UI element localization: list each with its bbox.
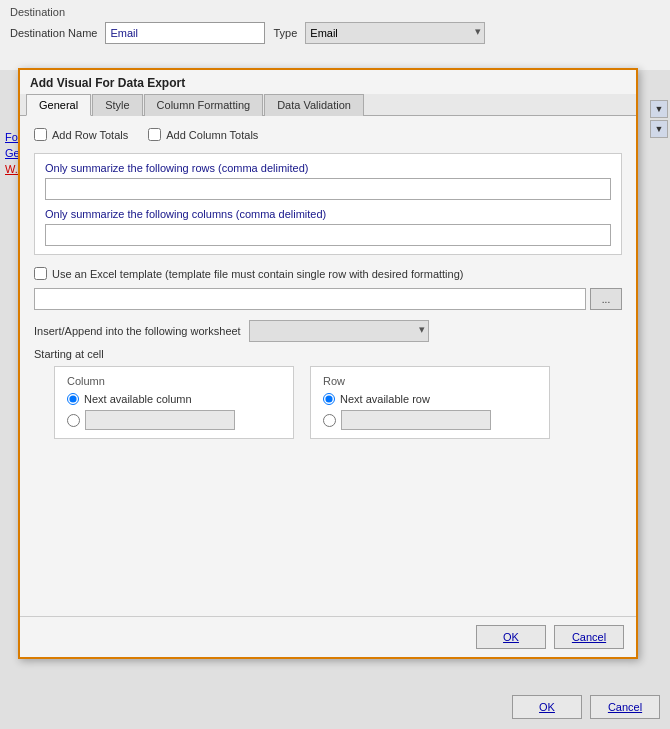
tab-style-label: Style	[105, 99, 129, 111]
summarize-cols-label: Only summarize the following columns (co…	[45, 208, 611, 220]
outer-cancel-button[interactable]: Cancel	[590, 695, 660, 719]
dest-name-input[interactable]	[105, 22, 265, 44]
add-col-totals-item[interactable]: Add Column Totals	[148, 128, 258, 141]
col-custom-radio[interactable]	[67, 414, 80, 427]
dest-type-label: Type	[273, 27, 297, 39]
outer-background: Destination Destination Name Type Email …	[0, 0, 670, 729]
add-col-totals-label: Add Column Totals	[166, 129, 258, 141]
dialog-titlebar: Add Visual For Data Export	[20, 70, 636, 94]
dialog-footer: OK Cancel	[20, 616, 636, 657]
worksheet-row: Insert/Append into the following workshe…	[34, 320, 622, 342]
next-col-radio-row: Next available column	[67, 393, 281, 405]
add-row-totals-item[interactable]: Add Row Totals	[34, 128, 128, 141]
next-row-radio-row: Next available row	[323, 393, 537, 405]
dialog-content: Add Row Totals Add Column Totals Only su…	[20, 116, 636, 616]
outer-footer: OK Cancel	[512, 695, 660, 719]
tab-bar: General Style Column Formatting Data Val…	[20, 94, 636, 116]
tab-column-formatting[interactable]: Column Formatting	[144, 94, 264, 116]
dialog-ok-button[interactable]: OK	[476, 625, 546, 649]
dialog-title: Add Visual For Data Export	[30, 76, 185, 90]
row-box-title: Row	[323, 375, 537, 387]
tab-general[interactable]: General	[26, 94, 91, 116]
template-input-row: ...	[34, 288, 622, 310]
excel-template-checkbox[interactable]	[34, 267, 47, 280]
tab-data-validation-label: Data Validation	[277, 99, 351, 111]
excel-template-label: Use an Excel template (template file mus…	[52, 268, 463, 280]
excel-template-row: Use an Excel template (template file mus…	[34, 267, 622, 280]
totals-checkbox-row: Add Row Totals Add Column Totals	[34, 128, 622, 141]
worksheet-label: Insert/Append into the following workshe…	[34, 325, 241, 337]
col-row-container: Column Next available column Row	[54, 366, 622, 439]
tab-style[interactable]: Style	[92, 94, 142, 116]
tab-data-validation[interactable]: Data Validation	[264, 94, 364, 116]
summarize-cols-input[interactable]	[45, 224, 611, 246]
col-custom-input[interactable]	[85, 410, 235, 430]
row-box: Row Next available row	[310, 366, 550, 439]
browse-button[interactable]: ...	[590, 288, 622, 310]
row-custom-radio[interactable]	[323, 414, 336, 427]
next-row-label: Next available row	[340, 393, 430, 405]
tab-column-formatting-label: Column Formatting	[157, 99, 251, 111]
right-arrows: ▼ ▼	[650, 100, 670, 138]
outer-ok-button[interactable]: OK	[512, 695, 582, 719]
add-col-totals-checkbox[interactable]	[148, 128, 161, 141]
dest-name-label: Destination Name	[10, 27, 97, 39]
arrow-down-2[interactable]: ▼	[650, 120, 668, 138]
destination-bar: Destination Destination Name Type Email	[0, 0, 670, 70]
destination-section-label: Destination	[10, 6, 660, 18]
dest-type-wrapper: Email	[305, 22, 485, 44]
next-col-radio[interactable]	[67, 393, 79, 405]
col-custom-row	[67, 410, 281, 430]
starting-cell-label: Starting at cell	[34, 348, 622, 360]
tab-general-label: General	[39, 99, 78, 111]
summarize-box: Only summarize the following rows (comma…	[34, 153, 622, 255]
worksheet-select-wrapper	[249, 320, 429, 342]
arrow-down-1[interactable]: ▼	[650, 100, 668, 118]
next-row-radio[interactable]	[323, 393, 335, 405]
worksheet-select[interactable]	[249, 320, 429, 342]
column-box: Column Next available column	[54, 366, 294, 439]
next-col-label: Next available column	[84, 393, 192, 405]
add-row-totals-checkbox[interactable]	[34, 128, 47, 141]
main-dialog: Add Visual For Data Export General Style…	[18, 68, 638, 659]
dest-type-select[interactable]: Email	[305, 22, 485, 44]
row-custom-input[interactable]	[341, 410, 491, 430]
destination-row: Destination Name Type Email	[10, 22, 660, 44]
summarize-rows-input[interactable]	[45, 178, 611, 200]
row-custom-row	[323, 410, 537, 430]
add-row-totals-label: Add Row Totals	[52, 129, 128, 141]
column-box-title: Column	[67, 375, 281, 387]
summarize-rows-label: Only summarize the following rows (comma…	[45, 162, 611, 174]
dialog-cancel-button[interactable]: Cancel	[554, 625, 624, 649]
template-file-input[interactable]	[34, 288, 586, 310]
